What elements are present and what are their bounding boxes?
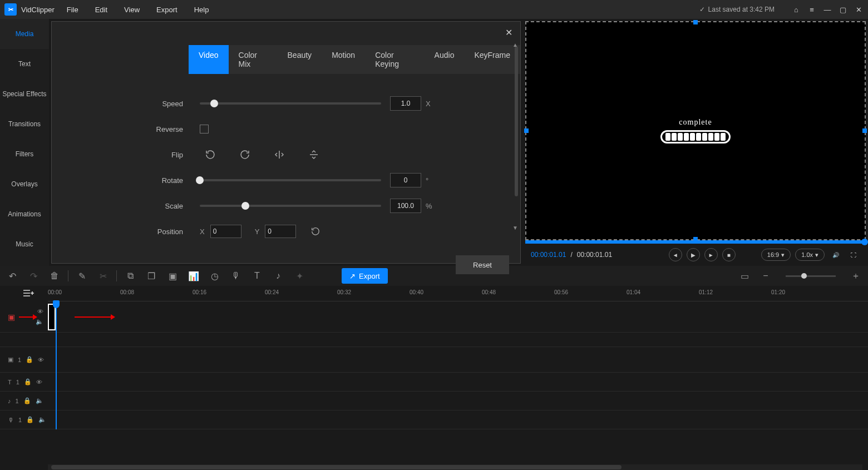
- zoom-out-icon[interactable]: −: [760, 270, 771, 281]
- undo-icon[interactable]: ↶: [7, 270, 18, 281]
- lock-icon[interactable]: 🔒: [26, 416, 34, 423]
- tab-color-mix[interactable]: Color Mix: [229, 45, 278, 74]
- eye-icon[interactable]: 👁: [36, 379, 42, 385]
- eye-icon[interactable]: 👁: [38, 357, 44, 363]
- rotate-cw-icon[interactable]: [239, 149, 251, 161]
- tab-motion[interactable]: Motion: [322, 45, 365, 74]
- redo-icon[interactable]: ↷: [28, 270, 39, 281]
- reverse-checkbox[interactable]: [200, 125, 209, 133]
- fit-icon[interactable]: ▭: [739, 270, 750, 281]
- pos-y-label: Y: [255, 227, 260, 236]
- play-icon[interactable]: ▶: [687, 248, 700, 261]
- check-icon: ✓: [699, 6, 705, 13]
- reset-button[interactable]: Reset: [456, 255, 509, 274]
- lock-icon[interactable]: 🔒: [23, 397, 31, 404]
- playhead[interactable]: [56, 301, 57, 429]
- resize-handle-left[interactable]: [524, 128, 529, 133]
- annotation-arrow-left: [19, 316, 36, 318]
- speed-slider[interactable]: [200, 102, 381, 105]
- tab-video[interactable]: Video: [189, 45, 229, 74]
- property-tabs: Video Color Mix Beauty Motion Color Keyi…: [189, 45, 520, 74]
- save-status-text: Last saved at 3:42 PM: [708, 6, 775, 13]
- playback-rate-dropdown[interactable]: 1.0x▾: [795, 249, 825, 261]
- chevron-down-icon: ▾: [781, 251, 785, 259]
- resize-handle-top[interactable]: [693, 20, 698, 24]
- reset-position-icon[interactable]: [309, 225, 322, 238]
- titlebar: ✂ VidClipper File Edit View Export Help …: [0, 0, 868, 19]
- sidebar-item-music[interactable]: Music: [0, 229, 49, 259]
- flip-horizontal-icon[interactable]: [273, 149, 285, 161]
- speed-input[interactable]: [390, 96, 421, 111]
- sidebar-item-special-effects[interactable]: Special Effects: [0, 79, 49, 109]
- sidebar-item-overlays[interactable]: Overlays: [0, 169, 49, 199]
- add-track-icon[interactable]: [22, 288, 34, 298]
- tab-beauty[interactable]: Beauty: [278, 45, 322, 74]
- maximize-icon[interactable]: ▢: [838, 6, 848, 14]
- zoom-in-icon[interactable]: ＋: [850, 270, 861, 281]
- timeline-ruler[interactable]: 00:00 00:08 00:16 00:24 00:32 00:40 00:4…: [48, 286, 868, 301]
- next-frame-icon[interactable]: ►: [704, 248, 718, 261]
- pos-y-input[interactable]: [265, 225, 296, 238]
- annotation-arrow-right: [75, 316, 114, 318]
- sidebar-item-text[interactable]: Text: [0, 49, 49, 79]
- sidebar-item-transitions[interactable]: Transitions: [0, 109, 49, 139]
- ruler-mark: 01:20: [771, 289, 785, 295]
- minimize-icon[interactable]: —: [822, 6, 832, 14]
- ruler-mark: 01:04: [627, 289, 640, 295]
- save-status: ✓ Last saved at 3:42 PM: [699, 6, 775, 13]
- stop-icon[interactable]: ■: [722, 248, 736, 261]
- scale-slider[interactable]: [200, 205, 381, 207]
- text-track-icon: T: [8, 379, 12, 385]
- tab-keyframe[interactable]: KeyFrame: [464, 45, 520, 74]
- pos-x-label: X: [200, 227, 205, 236]
- tab-color-keying[interactable]: Color Keying: [365, 45, 424, 74]
- clip-marker-icon: ▣: [8, 313, 15, 321]
- menu-file[interactable]: File: [67, 6, 78, 14]
- pos-x-input[interactable]: [210, 225, 241, 238]
- rotate-slider[interactable]: [200, 179, 381, 181]
- progress-knob[interactable]: [861, 239, 868, 245]
- home-icon[interactable]: ⌂: [791, 6, 801, 14]
- track-area[interactable]: [48, 301, 868, 429]
- lock-icon[interactable]: 🔒: [26, 356, 33, 363]
- speaker-icon[interactable]: 🔈: [38, 416, 46, 423]
- video-track[interactable]: [48, 301, 868, 333]
- close-window-icon[interactable]: ✕: [854, 6, 864, 14]
- timeline: 00:00 00:08 00:16 00:24 00:32 00:40 00:4…: [0, 286, 868, 470]
- aspect-ratio-dropdown[interactable]: 16:9▾: [761, 249, 791, 261]
- rotate-input[interactable]: [390, 173, 421, 187]
- text-track[interactable]: [48, 373, 868, 392]
- flip-vertical-icon[interactable]: [308, 149, 320, 161]
- resize-handle-right[interactable]: [862, 128, 867, 133]
- sidebar-item-filters[interactable]: Filters: [0, 139, 49, 169]
- sidebar-item-animations[interactable]: Animations: [0, 199, 49, 229]
- speaker-icon[interactable]: 🔈: [36, 397, 43, 404]
- ruler-mark: 00:00: [48, 289, 62, 295]
- prev-frame-icon[interactable]: ◄: [669, 248, 682, 261]
- scale-input[interactable]: [390, 199, 421, 213]
- lock-icon[interactable]: 🔒: [24, 378, 32, 385]
- close-panel-icon[interactable]: ✕: [505, 27, 512, 38]
- audio-track[interactable]: [48, 392, 868, 410]
- menu-help[interactable]: Help: [194, 6, 209, 14]
- menu-edit[interactable]: Edit: [95, 6, 107, 14]
- fullscreen-icon[interactable]: ⛶: [847, 248, 860, 261]
- sidebar-item-media[interactable]: Media: [0, 19, 49, 49]
- preview-progress[interactable]: [525, 240, 866, 244]
- track-number: 1: [16, 398, 19, 404]
- ruler-mark: 00:40: [410, 289, 423, 295]
- hamburger-icon[interactable]: ≡: [807, 6, 817, 14]
- voice-track[interactable]: [48, 410, 868, 429]
- app-name: VidClipper: [21, 6, 55, 14]
- tab-audio[interactable]: Audio: [425, 45, 465, 74]
- scale-suffix: %: [426, 202, 432, 210]
- rotate-ccw-icon[interactable]: [204, 149, 216, 161]
- menu-view[interactable]: View: [124, 6, 140, 14]
- zoom-slider[interactable]: [786, 275, 836, 277]
- menu-export[interactable]: Export: [156, 6, 177, 14]
- preview-frame[interactable]: complete: [525, 21, 866, 240]
- timeline-scrollbar[interactable]: [48, 464, 862, 470]
- overlay-track[interactable]: [48, 347, 868, 373]
- scroll-up-icon[interactable]: ▲: [512, 42, 518, 48]
- volume-icon[interactable]: 🔊: [829, 248, 842, 261]
